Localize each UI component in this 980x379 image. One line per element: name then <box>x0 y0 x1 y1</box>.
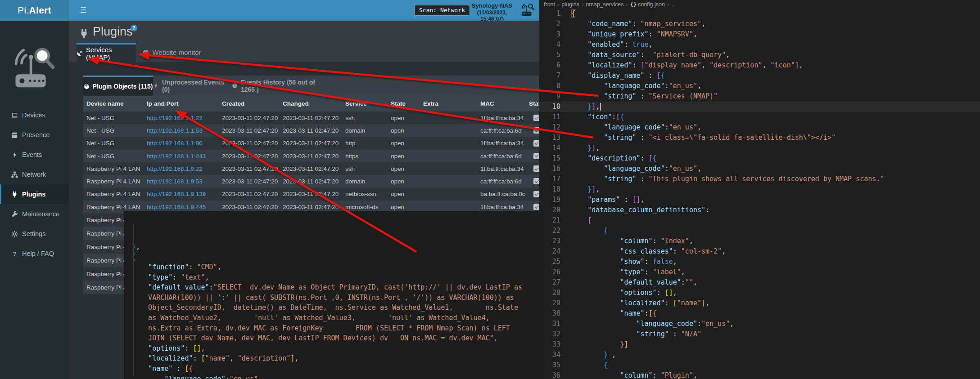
column-header-state[interactable]: State <box>391 96 406 111</box>
breadcrumb: front›plugins›nmap_services›{}config.jso… <box>539 0 980 9</box>
status-checkbox[interactable] <box>533 204 539 210</box>
popup-code-line: "default_value":"SELECT dv.dev_Name as O… <box>132 282 544 293</box>
object-link[interactable]: http://192.168.1.9:22 <box>147 165 203 172</box>
breadcrumb-item[interactable]: front <box>544 1 555 8</box>
sidebar-item-settings[interactable]: Settings <box>0 224 69 244</box>
status-checkbox[interactable] <box>533 153 539 159</box>
pialert-device-icon <box>520 3 536 18</box>
popup-code-line: }, <box>132 242 544 252</box>
line-number: 18 <box>539 184 560 195</box>
column-header-service[interactable]: Service <box>345 96 367 111</box>
subtab-label: Unprocessed Events (0) <box>162 79 232 93</box>
cell-state: open <box>391 175 404 187</box>
editor-line: 7 "display_name" : [{ <box>539 71 980 81</box>
sidebar-item-plugins[interactable]: Plugins <box>0 184 69 204</box>
tab-services-nmap[interactable]: Services (NMAP) <box>77 43 136 62</box>
popup-code-line: "options": [], <box>132 343 544 354</box>
subtab-plugin-objects-115[interactable]: Plugin Objects (115) <box>83 76 153 96</box>
sidebar-nav: DevicesPresenceEventsNetworkPluginsMaint… <box>0 105 69 263</box>
cell-mac: 1f:ba:ff:ca:ba:34 <box>480 162 524 175</box>
column-header-ip-and-port[interactable]: Ip and Port <box>147 96 179 111</box>
object-link[interactable]: http://192.168.1.1:53 <box>147 127 203 134</box>
status-checkbox[interactable] <box>533 127 539 134</box>
help-badge[interactable]: ? <box>131 25 137 31</box>
editor-line: 28 "options": [], <box>539 288 980 298</box>
status-checkbox[interactable] <box>533 191 539 197</box>
object-link[interactable]: http://192.168.1.9:445 <box>147 204 206 210</box>
sidebar-item-help-faq[interactable]: ?Help / FAQ <box>0 244 69 263</box>
column-header-device-name[interactable]: Device name <box>86 96 124 111</box>
table-row: Raspberry Pi 4 LANhttp://192.168.1.9:532… <box>83 175 539 187</box>
sidebar-item-maintenance[interactable]: Maintenance <box>0 204 69 224</box>
cell-state: open <box>391 162 404 175</box>
table-row: Net - USGhttp://192.168.1.1:222023-03-11… <box>83 111 539 124</box>
bolt-icon <box>153 83 159 89</box>
line-number: 3 <box>539 29 560 40</box>
code-popup[interactable]: },{ "function": "CMD", "type": "text", "… <box>124 211 544 379</box>
cell-ip-port: http://192.168.1.9:139 <box>147 188 206 201</box>
object-link[interactable]: http://192.168.1.9:139 <box>147 191 206 197</box>
cell-device-name: Raspberry Pi 4 <box>86 227 126 240</box>
status-checkbox[interactable] <box>533 115 539 121</box>
editor-line: 22 { <box>539 226 980 236</box>
sidebar-item-label: Network <box>22 171 46 178</box>
breadcrumb-item[interactable]: ... <box>671 1 676 8</box>
subtab-events-history-50-out-of-1265[interactable]: Events History (50 out of 1265 ) <box>232 76 329 96</box>
cell-created: 2023-03-11 02:47:20 <box>222 124 278 137</box>
column-header-mac[interactable]: MAC <box>480 96 494 111</box>
cell-ip-port: http://192.168.1.9:53 <box>147 175 203 187</box>
editor-line: 13 "string" : "<i class=\"fa-solid fa-sa… <box>539 133 980 143</box>
breadcrumb-item[interactable]: plugins <box>561 1 579 8</box>
editor-line: 26 "type": "label", <box>539 267 980 277</box>
status-checkbox[interactable] <box>533 165 539 172</box>
column-header-status[interactable]: Status <box>529 96 539 111</box>
object-link[interactable]: http://192.168.1.1:22 <box>147 115 203 121</box>
object-link[interactable]: http://192.168.1.1:80 <box>147 140 203 147</box>
line-number: 1 <box>539 9 560 19</box>
popup-code-line: "localized": ["name", "description"], <box>132 353 544 364</box>
cell-changed: 2023-03-11 02:47:20 <box>283 162 339 175</box>
status-checkbox[interactable] <box>533 178 539 184</box>
line-number: 4 <box>539 40 560 50</box>
cell-changed: 2023-03-11 02:47:20 <box>283 111 339 124</box>
plug-icon <box>79 28 89 39</box>
column-header-extra[interactable]: Extra <box>423 96 438 111</box>
cell-changed: 2023-03-11 02:47:20 <box>283 175 339 187</box>
cell-created: 2023-03-11 02:47:20 <box>222 150 278 162</box>
cell-state: open <box>391 111 404 124</box>
editor-line: 29 "localized": ["name"], <box>539 298 980 308</box>
editor-line: 32 "string" : "N/A" <box>539 329 980 339</box>
object-link[interactable]: http://192.168.1.1:443 <box>147 153 206 160</box>
cell-device-name: Net - USG <box>86 150 114 162</box>
cell-created: 2023-03-11 02:47:20 <box>222 175 278 187</box>
cell-ip-port: http://192.168.1.9:22 <box>147 162 203 175</box>
gear-icon <box>11 231 18 237</box>
vscode-editor[interactable]: front›plugins›nmap_services›{}config.jso… <box>539 0 980 379</box>
editor-line: 36 "column": "Plugin", <box>539 370 980 379</box>
sidebar-item-events[interactable]: Events <box>0 145 69 165</box>
table-row: Raspberry Pi 4 LANhttp://192.168.1.9:222… <box>83 162 539 175</box>
editor-line: 6 "localized": ["display_name", "descrip… <box>539 60 980 71</box>
satellite-dish-icon <box>77 50 83 57</box>
nas-name: Synology-NAS <box>465 2 519 9</box>
column-header-changed[interactable]: Changed <box>283 96 309 111</box>
subtab-unprocessed-events-0[interactable]: Unprocessed Events (0) <box>153 76 232 96</box>
brand-logo[interactable]: Pi.Alert <box>0 0 69 21</box>
breadcrumb-item[interactable]: config.json <box>638 1 665 8</box>
object-link[interactable]: http://192.168.1.9:53 <box>147 178 203 185</box>
sidebar-item-devices[interactable]: Devices <box>0 105 69 125</box>
breadcrumb-item[interactable]: nmap_services <box>586 1 623 8</box>
tab-website-monitor[interactable]: Website monitor <box>136 43 208 62</box>
line-number: 10 <box>539 102 560 112</box>
sidebar-item-presence[interactable]: Presence <box>0 125 69 145</box>
cell-changed: 2023-03-11 02:47:20 <box>283 137 339 150</box>
sidebar-item-network[interactable]: Network <box>0 165 69 184</box>
status-checkbox[interactable] <box>533 140 539 147</box>
cell-changed: 2023-03-11 02:47:20 <box>283 150 339 162</box>
editor-line: 18 }], <box>539 184 980 195</box>
column-header-created[interactable]: Created <box>222 96 244 111</box>
line-number: 12 <box>539 122 560 133</box>
pialert-logo-icon <box>9 44 60 102</box>
sidebar-toggle-button[interactable]: ☰ <box>74 0 92 21</box>
cell-mac: ca:ff:ff:ca:ba:6d <box>480 150 522 162</box>
